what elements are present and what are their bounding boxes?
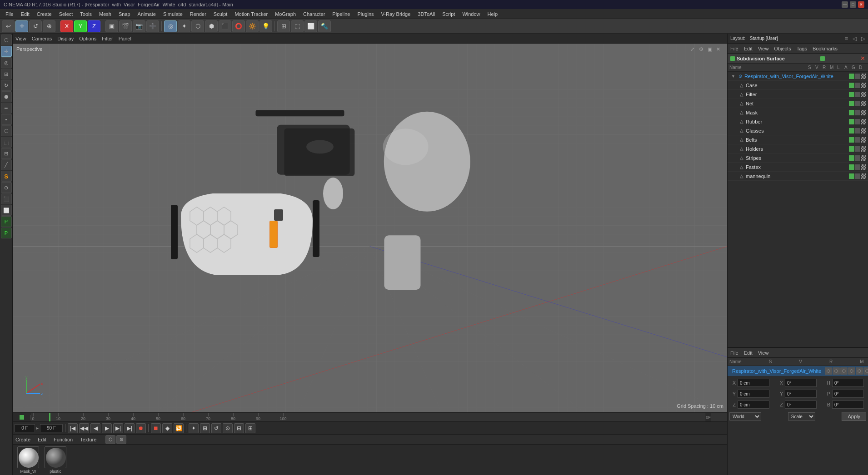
obj-row-mannequin[interactable]: △ mannequin [728, 172, 868, 181]
go-to-end-button[interactable]: ▶| [125, 423, 135, 433]
collapse-icon[interactable]: ▼ [731, 74, 735, 79]
viewport-menu-display[interactable]: Display [57, 36, 74, 41]
mat-menu-create[interactable]: Create [15, 437, 30, 442]
obj-ctrl2-net[interactable] [855, 101, 860, 106]
frame-end-input[interactable] [40, 424, 63, 432]
material-slot-mask-w[interactable]: Mask_W [16, 446, 40, 474]
obj-vis-glasses[interactable] [849, 128, 854, 134]
move-button[interactable]: ✦ [178, 20, 190, 32]
attr-ctrl-4[interactable]: ⬡ [848, 367, 855, 375]
menu-tools[interactable]: Tools [76, 10, 95, 18]
tool-rotate[interactable]: ↻ [1, 80, 12, 91]
axis-z-button[interactable]: Z [88, 20, 100, 32]
render-region-button[interactable]: ▣ [105, 20, 118, 32]
viewport-icon-expand[interactable]: ⤢ [690, 46, 698, 54]
interactive-render-button[interactable]: 📷 [133, 20, 145, 32]
mat-icon-2[interactable]: ⊙ [116, 435, 126, 444]
obj-ctrl2-mask[interactable] [855, 110, 860, 115]
mat-menu-edit[interactable]: Edit [38, 437, 46, 442]
attr-menu-file[interactable]: File [730, 350, 738, 356]
menu-pipeline[interactable]: Pipeline [329, 10, 354, 18]
coord-b-val[interactable] [832, 401, 864, 409]
select-tool-button[interactable]: ◎ [164, 20, 177, 32]
menu-script[interactable]: Script [439, 10, 459, 18]
obj-menu-objects[interactable]: Objects [774, 46, 791, 51]
menu-motion-tracker[interactable]: Motion Tracker [231, 10, 271, 18]
menu-snap[interactable]: Snap [115, 10, 134, 18]
obj-vis-case[interactable] [849, 83, 854, 88]
obj-tex-fastex[interactable] [861, 164, 866, 170]
obj-row-glasses[interactable]: △ Glasses [728, 126, 868, 135]
menu-plugins[interactable]: Plugins [354, 10, 377, 18]
axis-x-button[interactable]: X [60, 20, 73, 32]
obj-vis-holders[interactable] [849, 146, 854, 152]
display-button[interactable]: ⬜ [304, 20, 317, 32]
obj-tex-case[interactable] [861, 83, 866, 88]
playback-icon-3[interactable]: ↺ [211, 423, 221, 433]
obj-ctrl2-respirator[interactable] [855, 74, 860, 79]
coord-y-pos[interactable] [738, 390, 769, 398]
apply-button[interactable]: Apply [842, 412, 866, 421]
viewport-icon-close[interactable]: ✕ [716, 46, 723, 54]
obj-tex-filter[interactable] [861, 92, 866, 97]
coord-h-val[interactable] [832, 379, 864, 387]
coord-y-rot[interactable] [785, 390, 817, 398]
play-reverse-button[interactable]: ◀◀ [79, 423, 89, 433]
tool-select[interactable]: ◎ [1, 57, 12, 68]
menu-3dtoall[interactable]: 3DToAll [414, 10, 439, 18]
brush-button[interactable]: 🔆 [246, 20, 259, 32]
loop-button[interactable]: 🔁 [174, 423, 184, 433]
stop-button[interactable]: ⏹ [151, 423, 161, 433]
obj-tex-stripes[interactable] [861, 155, 866, 161]
coord-p-val[interactable] [832, 390, 864, 398]
obj-row-mask[interactable]: △ Mask [728, 108, 868, 117]
tool-extrude[interactable]: ⬛ [1, 193, 12, 204]
play-button[interactable]: ▶ [102, 423, 112, 433]
obj-ctrl2-case[interactable] [855, 83, 860, 88]
menu-file[interactable]: File [2, 10, 17, 18]
attr-menu-view[interactable]: View [758, 350, 769, 356]
tool-polygon[interactable]: ⬢ [1, 91, 12, 102]
obj-vis-filter[interactable] [849, 92, 854, 97]
playback-icon-2[interactable]: ⊞ [200, 423, 210, 433]
obj-vis-mask[interactable] [849, 110, 854, 115]
panel-icons[interactable]: ≡ [845, 35, 848, 42]
menu-simulate[interactable]: Simulate [160, 10, 186, 18]
playback-icon-4[interactable]: ⊙ [223, 423, 233, 433]
lamp-button[interactable]: 🔦 [318, 20, 331, 32]
light-button[interactable]: 💡 [259, 20, 272, 32]
coord-z-pos[interactable] [738, 401, 769, 409]
menu-animate[interactable]: Animate [134, 10, 160, 18]
tool-edge[interactable]: ━ [1, 103, 12, 114]
obj-row-stripes[interactable]: △ Stripes [728, 153, 868, 163]
wireframe-button[interactable]: ⬚ [291, 20, 304, 32]
obj-vis-mannequin[interactable] [849, 173, 854, 179]
obj-ctrl2-belts[interactable] [855, 137, 860, 143]
obj-ctrl2-glasses[interactable] [855, 128, 860, 134]
obj-row-respirator[interactable]: ▼ ⊙ Respirator_with_Visor_ForgedAir_Whit… [728, 72, 868, 81]
tool-live-selection[interactable]: ⬡ [1, 125, 12, 136]
obj-tex-mask[interactable] [861, 110, 866, 115]
menu-render[interactable]: Render [186, 10, 210, 18]
obj-tex-mannequin[interactable] [861, 173, 866, 179]
minimize-button[interactable]: — [842, 1, 848, 8]
menu-sculpt[interactable]: Sculpt [210, 10, 231, 18]
undo-button[interactable]: ↩ [2, 20, 15, 32]
obj-vis-rubber[interactable] [849, 119, 854, 124]
prev-frame-button[interactable]: ◀ [90, 423, 100, 433]
obj-tex-net[interactable] [861, 101, 866, 106]
obj-menu-edit[interactable]: Edit [744, 46, 753, 51]
material-slot-plastic[interactable]: plastic [44, 446, 67, 474]
obj-tex-belts[interactable] [861, 137, 866, 143]
tool-object-mode[interactable]: ⬡ [1, 35, 12, 45]
playback-icon-1[interactable]: ✦ [189, 423, 199, 433]
attr-ctrl-3[interactable]: ⬡ [840, 367, 848, 375]
current-frame-input[interactable] [15, 424, 35, 432]
obj-ctrl2-mannequin[interactable] [855, 173, 860, 179]
obj-menu-file[interactable]: File [730, 46, 738, 51]
timeline-ruler[interactable]: 0 10 20 30 40 50 60 70 80 [31, 413, 727, 422]
obj-row-belts[interactable]: △ Belts [728, 135, 868, 144]
record-button[interactable]: ⏺ [136, 423, 146, 433]
obj-menu-tags[interactable]: Tags [797, 46, 807, 51]
obj-ctrl2-stripes[interactable] [855, 155, 860, 161]
